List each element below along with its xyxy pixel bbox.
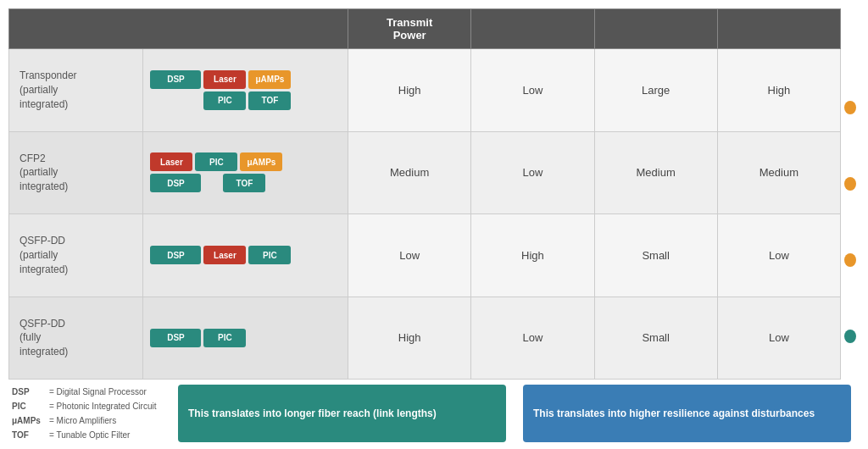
form-factor-cell: CFP2 (partially integrated) (9, 131, 143, 214)
block-spacer (203, 174, 220, 192)
table-row: QSFP-DD (partially integrated)DSPLaserPI… (9, 214, 841, 297)
block-uamps: μAMPs (248, 70, 291, 89)
noise-cell: Low (471, 131, 594, 214)
block-tof: TOF (248, 91, 291, 110)
block-tof: TOF (223, 174, 265, 192)
legend: DSP= Digital Signal ProcessorPIC= Photon… (8, 385, 178, 442)
legend-key: TOF (12, 428, 46, 442)
legend-row: TOF= Tunable Optic Filter (12, 428, 178, 442)
cost-cell: Low (717, 214, 840, 297)
block-pic: PIC (195, 152, 237, 171)
legend-value: = Photonic Integrated Circuit (49, 399, 156, 413)
legend-value: = Digital Signal Processor (49, 385, 147, 399)
block-dsp: DSP (150, 70, 201, 89)
cost-cell: High (717, 49, 840, 132)
size-header (594, 9, 717, 49)
table-row: QSFP-DD (fully integrated)DSPPICHighLowS… (9, 297, 841, 380)
legend-key: DSP (12, 385, 46, 399)
comparison-table: TransmitPower Transponder (partially int… (8, 8, 841, 380)
diagram-cell: DSPLaserμAMPsPICTOF (143, 49, 348, 132)
noise-cell: Low (471, 297, 594, 380)
block-laser: Laser (203, 246, 246, 264)
transmit-power-cell: Medium (348, 131, 471, 214)
block-uamps: μAMPs (240, 152, 282, 171)
transmit-power-cell: Low (348, 214, 471, 297)
table-header-row: TransmitPower (9, 9, 841, 49)
legend-row: μAMPs= Micro Amplifiers (12, 413, 178, 428)
legend-key: μAMPs (12, 413, 46, 428)
bottom-section: DSP= Digital Signal ProcessorPIC= Photon… (8, 385, 860, 442)
block-pic: PIC (203, 91, 246, 110)
cost-cell: Low (717, 297, 840, 380)
size-cell: Small (594, 214, 717, 297)
diagram-cell: LaserPICμAMPsDSPTOF (143, 131, 348, 214)
block-dsp: DSP (150, 329, 201, 347)
noise-cell: Low (471, 49, 594, 132)
form-factor-cell: Transponder (partially integrated) (9, 49, 143, 132)
row-dot (844, 177, 856, 191)
form-factor-cell: QSFP-DD (partially integrated) (9, 214, 143, 297)
legend-value: = Micro Amplifiers (49, 413, 116, 428)
legend-value: = Tunable Optic Filter (49, 428, 130, 442)
diagram-cell: DSPLaserPIC (143, 214, 348, 297)
block-pic: PIC (203, 329, 246, 347)
block-spacer (150, 91, 201, 110)
row-dot (844, 330, 856, 343)
size-cell: Small (594, 297, 717, 380)
noise-cell: High (471, 214, 594, 297)
info-box: This translates into higher resilience a… (523, 385, 851, 442)
block-laser: Laser (150, 152, 192, 171)
row-dot (844, 101, 856, 114)
transmit-power-cell: High (348, 49, 471, 132)
cost-cell: Medium (717, 131, 840, 214)
form-factor-cell: QSFP-DD (fully integrated) (9, 297, 143, 380)
size-cell: Medium (594, 131, 717, 214)
table-body: Transponder (partially integrated)DSPLas… (9, 49, 841, 380)
noise-header (471, 9, 594, 49)
table-row: CFP2 (partially integrated)LaserPICμAMPs… (9, 131, 841, 214)
transmit-power-header: TransmitPower (348, 9, 471, 49)
dot-column (841, 8, 860, 380)
size-cell: Large (594, 49, 717, 132)
info-box: This translates into longer fiber reach … (178, 385, 506, 442)
row-dot (844, 253, 856, 267)
block-dsp: DSP (150, 246, 201, 264)
legend-key: PIC (12, 399, 46, 413)
page-container: TransmitPower Transponder (partially int… (0, 0, 868, 449)
block-dsp: DSP (150, 174, 201, 192)
form-factor-header (9, 9, 348, 49)
block-laser: Laser (203, 70, 246, 89)
diagram-cell: DSPPIC (143, 297, 348, 380)
table-section: TransmitPower Transponder (partially int… (8, 8, 860, 380)
block-pic: PIC (248, 246, 291, 264)
table-row: Transponder (partially integrated)DSPLas… (9, 49, 841, 132)
transmit-power-cell: High (348, 297, 471, 380)
legend-row: PIC= Photonic Integrated Circuit (12, 399, 178, 413)
cost-header (717, 9, 840, 49)
info-boxes-container: This translates into longer fiber reach … (178, 385, 860, 442)
legend-row: DSP= Digital Signal Processor (12, 385, 178, 399)
